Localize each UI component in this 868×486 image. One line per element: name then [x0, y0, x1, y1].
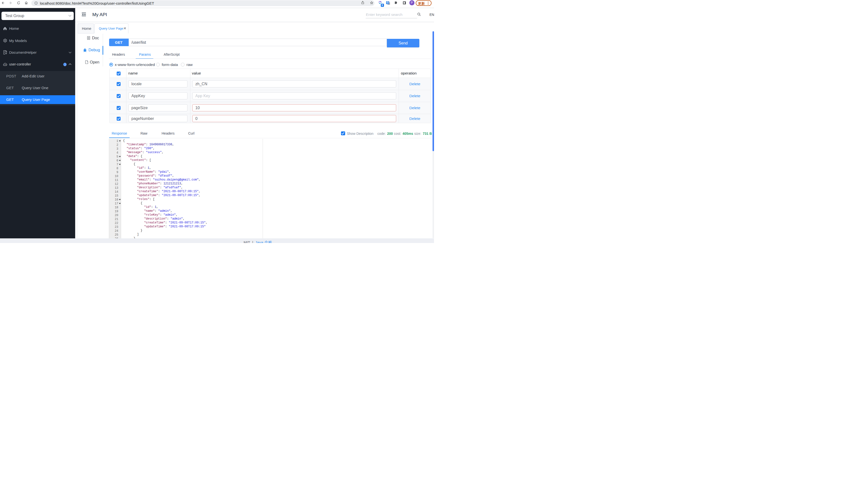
svg-text:API: API — [4, 64, 6, 65]
